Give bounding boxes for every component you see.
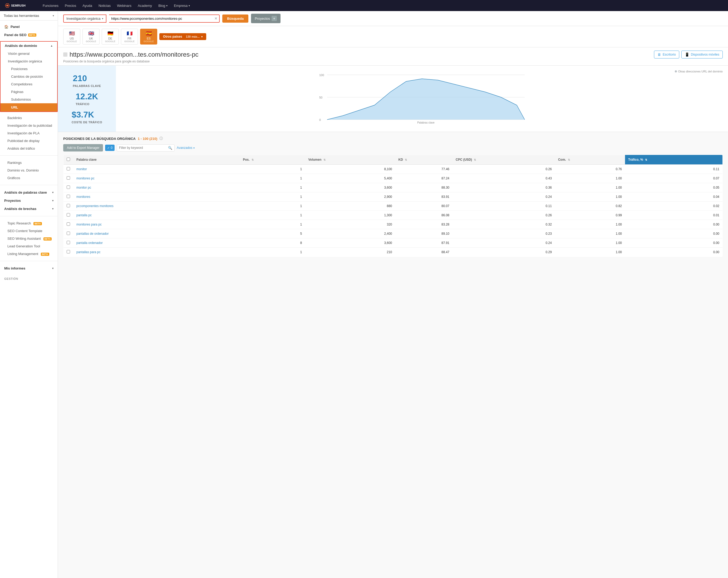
sidebar-item-pub-display[interactable]: Publicidad de display (0, 137, 58, 145)
nav-webinars[interactable]: Webinars (114, 0, 135, 11)
country-de[interactable]: 🇩🇪 DE GOOGLE (102, 29, 119, 45)
sidebar-item-topic-research[interactable]: Topic Research BETA (0, 220, 58, 227)
sidebar-item-analisis-trafico[interactable]: Análisis del tráfico (0, 145, 58, 152)
sidebar-item-url[interactable]: URL (1, 103, 57, 111)
nav-ayuda[interactable]: Ayuda (79, 0, 95, 11)
keyword-link-8[interactable]: pantalla ordenador (76, 241, 103, 245)
proyectos-header[interactable]: Proyectos ▾ (0, 197, 58, 205)
sort-kd-icon[interactable]: ⇅ (405, 158, 407, 161)
keyword-link-7[interactable]: pantallas de ordenador (76, 232, 109, 235)
row-checkbox-input-8[interactable] (67, 241, 70, 244)
search-type-dropdown[interactable]: Investigación orgánica ▾ (63, 15, 106, 23)
sidebar-item-competidores[interactable]: Competidores (1, 80, 57, 88)
search-dropdown-arrow: ▾ (102, 17, 103, 20)
nav-empresa[interactable]: Empresa▾ (171, 0, 193, 11)
keyword-link-3[interactable]: monitores (76, 195, 90, 199)
row-checkbox-input-1[interactable] (67, 176, 70, 180)
filter-input[interactable] (119, 146, 168, 150)
col-kd[interactable]: KD ⇅ (395, 155, 452, 165)
keyword-link-5[interactable]: pantalla pc (76, 213, 92, 217)
sidebar-item-investigacion-organica[interactable]: Investigación orgánica (1, 57, 57, 65)
keyword-link-2[interactable]: monitor pc (76, 186, 91, 190)
desktop-view-button[interactable]: 🖥 Escritorio (654, 51, 679, 58)
col-volume[interactable]: Volumen ⇅ (305, 155, 395, 165)
sort-volume-icon[interactable]: ⇅ (323, 158, 326, 161)
analisis-palabras-header[interactable]: Análisis de palabras clave ▾ (0, 189, 58, 197)
sidebar-item-subdominios[interactable]: Subdominios (1, 96, 57, 103)
keyword-link-0[interactable]: monitor (76, 167, 87, 171)
domain-analysis-header[interactable]: Análisis de dominio ▲ (1, 42, 57, 50)
country-fr[interactable]: 🇫🇷 FR GOOGLE (121, 29, 138, 45)
keyword-link-1[interactable]: monitores pc (76, 177, 95, 180)
nav-precios[interactable]: Precios (62, 0, 79, 11)
row-checkbox-input-2[interactable] (67, 185, 70, 189)
sort-pos-icon[interactable]: ⇅ (252, 158, 254, 161)
sort-cpc-icon[interactable]: ⇅ (474, 158, 476, 161)
country-es[interactable]: 🇪🇸 ES GOOGLE (140, 29, 157, 45)
nav-academy[interactable]: Academy (135, 0, 155, 11)
sidebar-item-seo-writing-assistant[interactable]: SEO Writing Assistant BETA (0, 235, 58, 242)
row-volume-4: 880 (305, 202, 395, 211)
keyword-link-9[interactable]: pantallas para pc (76, 250, 100, 254)
country-uk[interactable]: 🇬🇧 UK GOOGLE (82, 29, 100, 45)
projects-button[interactable]: Proyectos + (251, 14, 281, 23)
sidebar-item-listing-management[interactable]: Listing Management BETA (0, 250, 58, 258)
col-keyword[interactable]: Palabra clave (73, 155, 240, 165)
other-countries-button[interactable]: Otros países 130 más... ▾ (159, 33, 206, 40)
sidebar-item-vision-general[interactable]: Visión general (1, 50, 57, 57)
nav-funciones[interactable]: Funciones (40, 0, 62, 11)
sidebar-item-paginas[interactable]: Páginas (1, 88, 57, 96)
row-checkbox-input-9[interactable] (67, 250, 70, 253)
search-clear-icon[interactable]: ✕ (213, 16, 219, 21)
sort-traffic-icon[interactable]: ⇅ (645, 158, 647, 161)
row-checkbox-input-0[interactable] (67, 167, 70, 171)
row-checkbox-input-3[interactable] (67, 195, 70, 198)
export-button[interactable]: Add to Export Manager (63, 144, 103, 151)
search-button[interactable]: Búsqueda (222, 15, 249, 23)
sort-com-icon[interactable]: ⇅ (568, 158, 570, 161)
tools-selector[interactable]: Todas las herramientas ▾ (0, 11, 58, 21)
nav-noticias[interactable]: Noticias (95, 0, 114, 11)
logo[interactable]: SEMRUSH (4, 3, 33, 8)
mis-informes-header[interactable]: Mis informes ▾ (0, 264, 58, 272)
row-checkbox-input-7[interactable] (67, 231, 70, 235)
advanced-button[interactable]: Avanzados ▾ (177, 146, 194, 150)
col-pos[interactable]: Pos. ⇅ (240, 155, 305, 165)
row-checkbox-input-4[interactable] (67, 204, 70, 207)
filter-input-wrap: 🔍 (117, 144, 175, 151)
projects-plus-icon[interactable]: + (271, 16, 277, 21)
panel-item[interactable]: 🏠 Panel (0, 23, 58, 31)
row-cpc-3: 0.24 (452, 192, 555, 202)
nav-blog[interactable]: Blog▾ (155, 0, 171, 11)
country-us[interactable]: 🇺🇸 US GOOGLE (63, 29, 80, 45)
sidebar-item-graficos[interactable]: Gráficos (0, 174, 58, 182)
table-row: pccomponentes monitores 1 880 80.07 0.11… (63, 202, 723, 211)
sidebar-item-backlinks[interactable]: Backlinks (0, 114, 58, 122)
analisis-brechas-header[interactable]: Análisis de brechas ▾ (0, 205, 58, 213)
row-keyword-3: monitores (73, 192, 240, 202)
row-checkbox-input-6[interactable] (67, 222, 70, 226)
search-input[interactable] (109, 15, 213, 22)
sidebar-item-inv-pla[interactable]: Investigación de PLA (0, 129, 58, 137)
keyword-link-6[interactable]: monitores para pc (76, 223, 102, 226)
sidebar-item-dominio-vs[interactable]: Dominio vs. Dominio (0, 167, 58, 174)
row-checkbox-3 (63, 192, 74, 202)
proyectos-chevron: ▾ (52, 199, 53, 202)
col-traffic[interactable]: Tráfico, % ⇅ (625, 155, 723, 165)
mobile-view-button[interactable]: 📱 Dispositivos móviles (681, 51, 723, 58)
sidebar-item-rankings[interactable]: Rankings (0, 159, 58, 167)
col-cpc[interactable]: CPC (USD) ⇅ (452, 155, 555, 165)
keyword-link-4[interactable]: pccomponentes monitores (76, 204, 113, 208)
table-info-icon[interactable]: ⓘ (159, 136, 163, 141)
row-pos-0: 1 (240, 165, 305, 174)
sidebar-item-lead-generation[interactable]: Lead Generation Tool (0, 242, 58, 250)
select-all-checkbox[interactable] (67, 157, 70, 161)
col-com[interactable]: Com. ⇅ (555, 155, 625, 165)
sidebar-item-posiciones[interactable]: Posiciones (1, 65, 57, 73)
sidebar-item-inv-publicidad[interactable]: Investigación de la publicidad (0, 122, 58, 129)
seo-panel-item[interactable]: Panel de SEO BETA (0, 31, 58, 39)
row-checkbox-input-5[interactable] (67, 213, 70, 217)
stat-coste-trafico: $3.7K COSTE DE TRÁFICO (72, 110, 102, 124)
sidebar-item-seo-content-template[interactable]: SEO Content Template (0, 227, 58, 235)
sidebar-item-cambios-posicion[interactable]: Cambios de posición (1, 73, 57, 80)
